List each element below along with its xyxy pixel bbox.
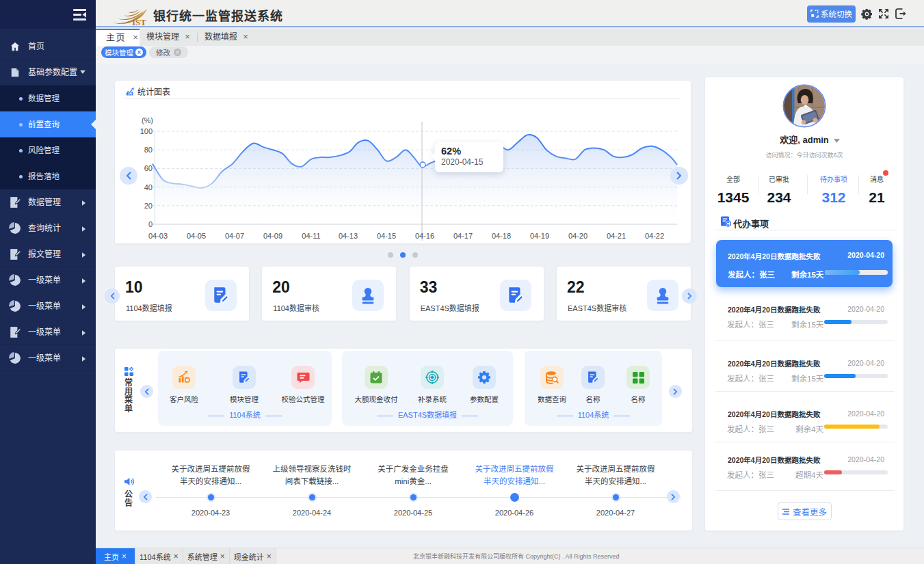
svg-text:04-09: 04-09 — [263, 232, 282, 240]
svg-text:40: 40 — [144, 183, 153, 191]
svg-text:20: 20 — [144, 202, 153, 210]
svg-text:04-03: 04-03 — [148, 232, 168, 240]
svg-text:04-19: 04-19 — [530, 232, 549, 240]
svg-text:04-22: 04-22 — [645, 232, 664, 240]
svg-text:(%): (%) — [142, 116, 153, 124]
svg-text:04-18: 04-18 — [492, 232, 511, 240]
svg-text:04-11: 04-11 — [302, 232, 320, 240]
svg-text:80: 80 — [144, 146, 153, 154]
svg-text:60: 60 — [144, 164, 153, 172]
svg-text:100: 100 — [140, 127, 153, 135]
svg-text:04-05: 04-05 — [187, 232, 206, 240]
svg-text:04-07: 04-07 — [225, 232, 244, 240]
svg-text:04-20: 04-20 — [568, 232, 588, 240]
svg-text:04-16: 04-16 — [415, 232, 434, 240]
svg-text:IST: IST — [132, 17, 146, 27]
svg-text:04-17: 04-17 — [453, 232, 473, 240]
svg-text:04-15: 04-15 — [377, 232, 396, 240]
svg-text:04-13: 04-13 — [339, 232, 358, 240]
svg-text:04-21: 04-21 — [607, 232, 626, 240]
svg-text:0: 0 — [148, 220, 153, 228]
